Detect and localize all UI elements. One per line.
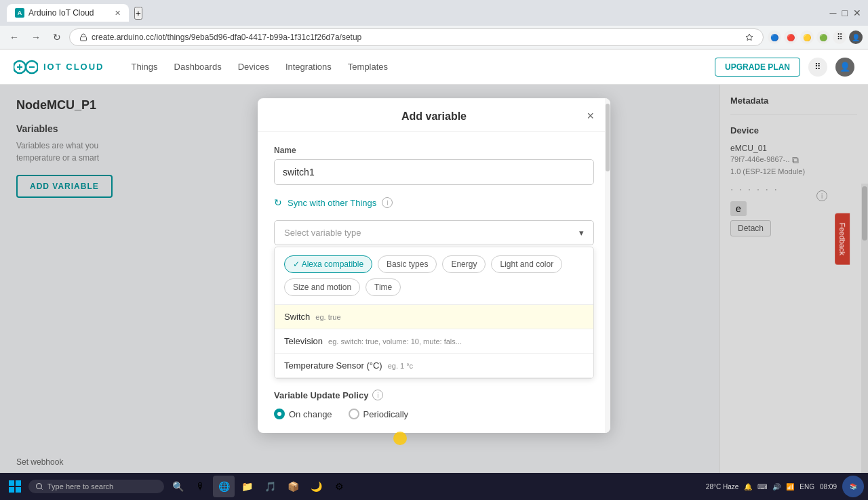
address-bar[interactable]: create.arduino.cc/iot/things/9eba5d96-df… (69, 28, 764, 46)
main-nav: Things Dashboards Devices Integrations T… (132, 59, 389, 75)
taskbar-search-bar[interactable]: Type here to search (28, 480, 164, 493)
feedback-tab[interactable]: Feedback (835, 213, 850, 265)
radio-group: On change Periodically (274, 409, 594, 419)
logo-text: IOT CLOUD (43, 62, 104, 72)
extensions-button[interactable]: ⠿ (833, 30, 846, 44)
taskbar-helper[interactable]: 📚 (842, 476, 864, 497)
weather-text: 28°C Haze (706, 483, 738, 491)
modal-title: Add variable (380, 110, 488, 123)
url-text: create.arduino.cc/iot/things/9eba5d96-df… (92, 33, 741, 42)
upgrade-plan-button[interactable]: UPGRADE PLAN (715, 58, 800, 77)
filter-tab-basic-types[interactable]: Basic types (378, 255, 437, 273)
taskbar-icon-4[interactable]: 📦 (282, 476, 304, 497)
filter-tab-basic-label: Basic types (387, 259, 428, 269)
taskbar-notification-area[interactable]: 🔔 (744, 483, 752, 491)
extension-icon-2[interactable]: 🔴 (784, 30, 797, 44)
nav-things[interactable]: Things (132, 59, 158, 75)
filter-tab-light-label: Light and color (500, 259, 553, 269)
taskbar-search-text: Type here to search (47, 482, 113, 491)
taskbar-lang: ENG (800, 483, 814, 491)
extension-icon-4[interactable]: 🟢 (816, 30, 830, 44)
policy-info-icon[interactable]: i (372, 390, 383, 400)
browser-chrome: A Arduino IoT Cloud ✕ + ─ □ ✕ ← → ↻ crea… (0, 0, 868, 49)
browser-tab[interactable]: A Arduino IoT Cloud ✕ (7, 4, 129, 22)
taskbar-volume[interactable]: 🔊 (772, 483, 781, 491)
name-input[interactable] (274, 159, 594, 185)
back-button[interactable]: ← (5, 29, 23, 45)
app-container: IOT CLOUD Things Dashboards Devices Inte… (0, 49, 868, 500)
tab-close-button[interactable]: ✕ (115, 9, 121, 18)
main-content: NodeMCU_P1 Variables Variables are what … (0, 85, 868, 500)
select-arrow-icon: ▾ (579, 228, 584, 238)
taskbar-icon-2[interactable]: 📁 (236, 476, 258, 497)
filter-tab-alexa-compatible[interactable]: Alexa compatible (284, 255, 372, 273)
modal-body: Name ↻ Sync with other Things i Select v… (258, 132, 610, 433)
nav-dashboards[interactable]: Dashboards (174, 59, 222, 75)
modal-scrollbar-thumb[interactable] (606, 104, 610, 171)
taskbar-network[interactable]: 📶 (786, 483, 794, 491)
nav-devices[interactable]: Devices (238, 59, 269, 75)
taskbar-icon-3[interactable]: 🎵 (259, 476, 281, 497)
filter-tab-light-color[interactable]: Light and color (491, 255, 562, 273)
modal-header: Add variable × (258, 98, 610, 132)
svg-rect-9 (9, 487, 14, 493)
taskbar-keyboard[interactable]: ⌨ (757, 483, 767, 491)
on-change-radio-circle (274, 409, 285, 419)
tab-title: Arduino IoT Cloud (28, 8, 94, 18)
name-label: Name (274, 146, 594, 155)
close-window-button[interactable]: ✕ (853, 7, 861, 18)
forward-button[interactable]: → (27, 29, 45, 45)
browser-nav-icons: 🔵 🔴 🟡 🟢 ⠿ 👤 (768, 30, 863, 44)
dropdown-item-television[interactable]: Television eg. switch: true, volume: 10,… (275, 329, 593, 354)
taskbar-icon-cortana[interactable]: 🎙 (190, 476, 212, 497)
profile-button[interactable]: 👤 (849, 30, 863, 44)
variable-type-select-container: Select variable type ▾ Alexa compatible (274, 220, 594, 379)
filter-tab-energy[interactable]: Energy (442, 255, 486, 273)
television-item-name: Television (284, 336, 323, 346)
taskbar-icon-chrome[interactable]: 🌐 (213, 476, 235, 497)
taskbar-right-area: 28°C Haze 🔔 ⌨ 🔊 📶 ENG 08:09 📚 (706, 476, 864, 497)
user-avatar[interactable]: 👤 (835, 58, 854, 77)
refresh-button[interactable]: ↻ (49, 29, 65, 45)
dropdown-items-container: Switch eg. true Television eg. switch: t… (275, 305, 593, 378)
variable-type-dropdown: Alexa compatible Basic types Energy Ligh… (274, 247, 594, 379)
periodically-label: Periodically (363, 409, 408, 419)
new-tab-button[interactable]: + (134, 7, 142, 20)
dropdown-item-temp-sensor[interactable]: Temperature Sensor (°C) eg. 1 °c (275, 354, 593, 378)
sync-row[interactable]: ↻ Sync with other Things i (274, 197, 594, 208)
taskbar-clock[interactable]: 08:09 (820, 482, 837, 491)
arduino-logo: IOT CLOUD (14, 60, 104, 75)
filter-tab-size-motion[interactable]: Size and motion (284, 278, 360, 296)
dropdown-item-switch[interactable]: Switch eg. true (275, 305, 593, 329)
filter-tab-alexa-label: Alexa compatible (302, 259, 363, 269)
policy-label-row: Variable Update Policy i (274, 390, 594, 400)
sync-info-icon[interactable]: i (382, 197, 393, 208)
on-change-label: On change (289, 409, 332, 419)
on-change-radio[interactable]: On change (274, 409, 332, 419)
lock-icon (79, 33, 87, 41)
taskbar: Type here to search 🔍 🎙 🌐 📁 🎵 📦 🌙 ⚙ 28°C… (0, 473, 868, 500)
start-button[interactable] (4, 476, 26, 497)
variable-type-select[interactable]: Select variable type ▾ (274, 220, 594, 245)
apps-icon[interactable]: ⠿ (808, 58, 827, 77)
extension-icon-1[interactable]: 🔵 (768, 30, 781, 44)
taskbar-icon-6[interactable]: ⚙ (328, 476, 350, 497)
modal-scrollbar-track[interactable] (605, 98, 610, 433)
temp-sensor-item-eg: eg. 1 °c (388, 362, 413, 370)
modal-close-button[interactable]: × (584, 109, 597, 123)
taskbar-icon-1[interactable]: 🔍 (167, 476, 189, 497)
select-placeholder-text: Select variable type (284, 228, 361, 238)
nav-integrations[interactable]: Integrations (285, 59, 332, 75)
periodically-radio-circle (349, 409, 359, 419)
extension-icon-3[interactable]: 🟡 (800, 30, 814, 44)
switch-item-eg: eg. true (315, 313, 340, 321)
star-icon[interactable] (745, 33, 753, 41)
maximize-button[interactable]: □ (842, 7, 848, 18)
filter-tab-time[interactable]: Time (366, 278, 401, 296)
nav-templates[interactable]: Templates (348, 59, 388, 75)
weather-widget[interactable]: 28°C Haze (706, 483, 738, 491)
minimize-button[interactable]: ─ (830, 7, 837, 18)
periodically-radio[interactable]: Periodically (349, 409, 408, 419)
taskbar-icon-5[interactable]: 🌙 (305, 476, 327, 497)
policy-label: Variable Update Policy (274, 390, 368, 400)
